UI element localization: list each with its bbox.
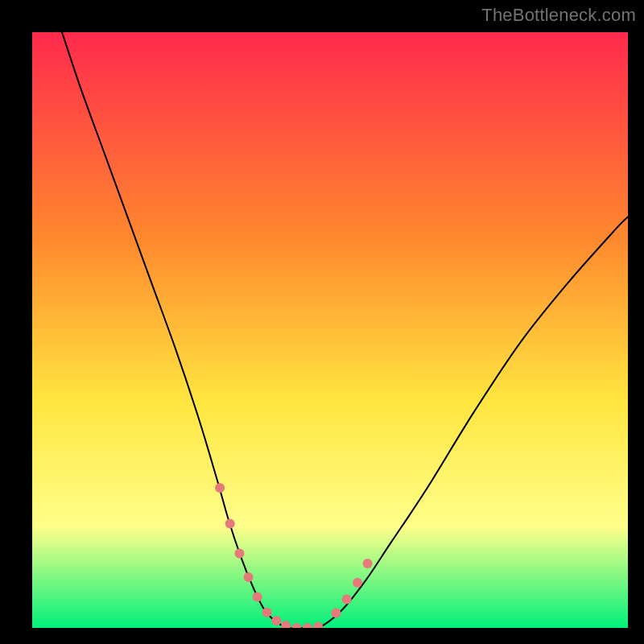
- highlight-dot: [215, 483, 225, 493]
- highlight-dot: [244, 572, 254, 582]
- highlight-dot: [271, 616, 281, 625]
- plot-area: [32, 32, 628, 628]
- chart-frame: TheBottleneck.com: [0, 0, 644, 644]
- highlight-dot: [253, 592, 262, 602]
- highlight-dot: [342, 595, 352, 605]
- gradient-background: [32, 32, 628, 628]
- highlight-dot: [235, 549, 245, 559]
- highlight-dot: [363, 559, 373, 568]
- watermark-text: TheBottleneck.com: [481, 5, 636, 26]
- chart-svg: [32, 32, 628, 628]
- highlight-dot: [225, 519, 235, 529]
- highlight-dot: [262, 608, 272, 617]
- highlight-dot: [331, 609, 341, 618]
- highlight-dot: [353, 578, 362, 588]
